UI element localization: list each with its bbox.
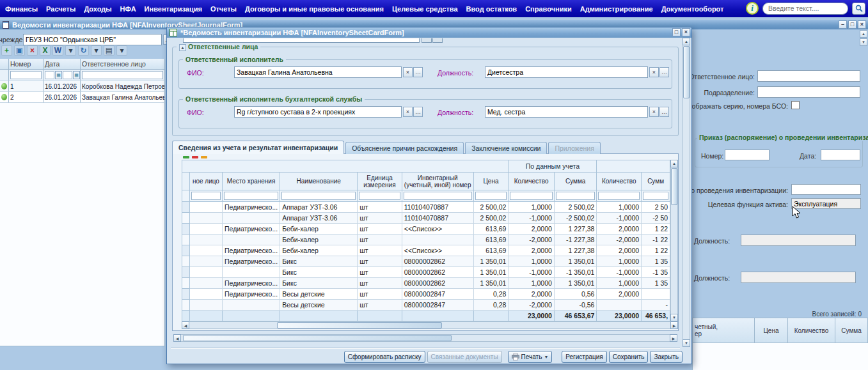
grid-vscroll-thumb[interactable]: [671, 168, 677, 205]
print-icon[interactable]: ▤: [104, 45, 114, 56]
menu-item-3[interactable]: Доходы: [84, 5, 111, 13]
filter-dropdown-icon[interactable]: ▾: [91, 45, 102, 56]
add-record-icon[interactable]: +: [1, 45, 12, 56]
grid-column-header[interactable]: Количество: [597, 173, 642, 190]
grid-column-header[interactable]: Сумма: [554, 173, 597, 190]
grid-row-selector[interactable]: [182, 202, 190, 213]
card-close-button[interactable]: ×: [682, 28, 690, 36]
menu-item-6[interactable]: Отчеты: [210, 5, 237, 13]
grid-scroll-left-icon[interactable]: ◀: [182, 321, 189, 329]
grid-column-header[interactable]: Цена: [473, 173, 509, 190]
tab-3[interactable]: Заключение комиссии: [465, 142, 547, 154]
grid-row-selector[interactable]: [182, 224, 190, 235]
journal-row[interactable]: 226.01.2026Завацкая Галина Анатольевна: [0, 92, 165, 103]
grid-row-selector[interactable]: [182, 256, 190, 267]
journal-maximize-button[interactable]: □: [848, 20, 856, 29]
grid-filter-input[interactable]: [598, 192, 640, 200]
form-scroll-right-icon[interactable]: ▶: [670, 334, 677, 342]
accounting-position-clear-icon[interactable]: ×: [649, 107, 659, 117]
executor-position-clear-icon[interactable]: ×: [649, 67, 659, 77]
accounting-fio-clear-icon[interactable]: ×: [403, 107, 413, 117]
journal-col-person[interactable]: Ответственное лицо: [81, 59, 165, 70]
number-filter-input[interactable]: [10, 71, 42, 79]
responsible-person-input[interactable]: [757, 70, 860, 82]
position2-input[interactable]: [741, 272, 856, 283]
date-to-filter-input[interactable]: [63, 71, 72, 79]
grid-row[interactable]: Аппарат УЗТ-3.06шт1101040708872 500,02-1…: [182, 213, 670, 224]
grid-column-header[interactable]: Сумм: [642, 173, 670, 190]
grid-row[interactable]: Весы детскиешт080000028470,28-2,0000-0,5…: [182, 300, 670, 311]
excel-export-icon[interactable]: X: [40, 45, 51, 56]
clipped-clear-button[interactable]: [422, 38, 432, 43]
grid-column-header[interactable]: Количество: [509, 173, 555, 190]
print-dropdown-icon[interactable]: ▾: [116, 45, 127, 56]
menu-item-5[interactable]: Инвентаризация: [145, 5, 202, 13]
journal-col-number[interactable]: Номер: [9, 59, 43, 70]
card-scroll-down-icon[interactable]: ▼: [683, 339, 690, 347]
grid-row-selector[interactable]: [182, 245, 190, 256]
grid-scroll-down-icon[interactable]: ▼: [670, 314, 678, 321]
close-button[interactable]: Закрыть: [650, 351, 683, 363]
executor-position-lookup-icon[interactable]: …: [659, 67, 669, 77]
register-button[interactable]: Регистрация: [562, 351, 606, 363]
tab-2[interactable]: Объяснение причин расхождения: [345, 142, 464, 154]
menu-item-4[interactable]: НФА: [120, 5, 136, 13]
tab-1[interactable]: Сведения из учета и результат инвентариз…: [172, 141, 344, 154]
journal-minimize-button[interactable]: –: [839, 20, 847, 29]
grid-filter-input[interactable]: [404, 192, 472, 200]
grid-row-selector[interactable]: [182, 278, 190, 289]
menu-item-12[interactable]: Документооборот: [661, 5, 724, 13]
grid-hscroll-thumb[interactable]: [277, 322, 442, 328]
executor-fio-clear-icon[interactable]: ×: [403, 67, 413, 77]
form-hscroll-thumb[interactable]: [183, 335, 452, 341]
institution-input[interactable]: [23, 34, 162, 45]
delete-record-icon[interactable]: ×: [27, 45, 38, 56]
templates-dropdown-icon[interactable]: ▾: [65, 45, 76, 56]
journal-row[interactable]: 116.01.2026Коробкова Надежда Петровна: [0, 81, 165, 92]
card-maximize-button[interactable]: □: [672, 28, 681, 36]
form-horizontal-scrollbar[interactable]: ◀ ▶: [173, 334, 677, 342]
grid-row[interactable]: Педиатрическо...Весы детскиешт0800000284…: [182, 289, 670, 300]
refresh-icon[interactable]: ↻: [78, 45, 89, 56]
grid-row[interactable]: Педиатрическо...Аппарат УЗТ-3.06шт110104…: [182, 202, 670, 213]
menu-item-7[interactable]: Договоры и иные правовые основания: [245, 5, 384, 13]
search-button[interactable]: [852, 3, 865, 15]
grid-horizontal-scrollbar[interactable]: ◀ ▶: [182, 321, 678, 329]
position1-input[interactable]: [741, 235, 856, 246]
person-filter-input[interactable]: [82, 71, 163, 79]
order-date-input[interactable]: [821, 150, 860, 160]
grid-row-selector[interactable]: [182, 267, 190, 278]
grid-column-header[interactable]: Инвентарный (учетный, иной) номер: [402, 173, 473, 190]
scroll-down-icon[interactable]: ▼: [860, 38, 867, 46]
date-from-filter-input[interactable]: [45, 71, 54, 79]
create-receipt-button[interactable]: Сформировать расписку: [344, 351, 425, 363]
accounting-fio-input[interactable]: [234, 106, 402, 118]
grid-filter-input[interactable]: [556, 192, 596, 200]
grid-row[interactable]: Педиатрическо...Биксшт080000028621 350,0…: [182, 256, 670, 267]
grid-filter-input[interactable]: [281, 192, 356, 200]
search-input[interactable]: [762, 3, 848, 15]
grid-row-selector[interactable]: [182, 213, 190, 224]
print-button[interactable]: Печать ▼: [508, 351, 553, 363]
grid-row[interactable]: Беби-халершт613,69-2,0000-1 227,38-2,000…: [182, 235, 670, 245]
grid-filter-input[interactable]: [359, 192, 400, 200]
grid-column-header[interactable]: Единица измерения: [358, 173, 402, 190]
grid-filter-input[interactable]: [224, 192, 278, 200]
menu-item-1[interactable]: Финансы: [5, 5, 38, 13]
word-export-icon[interactable]: W: [52, 45, 63, 56]
executor-position-input[interactable]: [485, 66, 648, 78]
order-number-input[interactable]: [725, 150, 769, 160]
grid-filter-input[interactable]: [510, 192, 553, 200]
menu-item-11[interactable]: Администрирование: [580, 5, 653, 13]
clipped-input[interactable]: [183, 38, 420, 43]
card-window-titlebar[interactable]: *Ведомость инвентаризации НФА [NFAInvent…: [167, 27, 691, 38]
department-input[interactable]: [757, 86, 860, 98]
grid-column-header[interactable]: Место хранения: [223, 173, 280, 190]
grid-row-selector[interactable]: [182, 289, 190, 300]
grid-column-header[interactable]: Наименование: [280, 173, 358, 190]
executor-fio-lookup-icon[interactable]: …: [413, 67, 423, 77]
menu-item-8[interactable]: Целевые средства: [392, 5, 458, 13]
executor-fio-input[interactable]: [234, 66, 402, 78]
menu-item-10[interactable]: Справочники: [525, 5, 572, 13]
scroll-up-icon[interactable]: ▲: [860, 30, 867, 38]
